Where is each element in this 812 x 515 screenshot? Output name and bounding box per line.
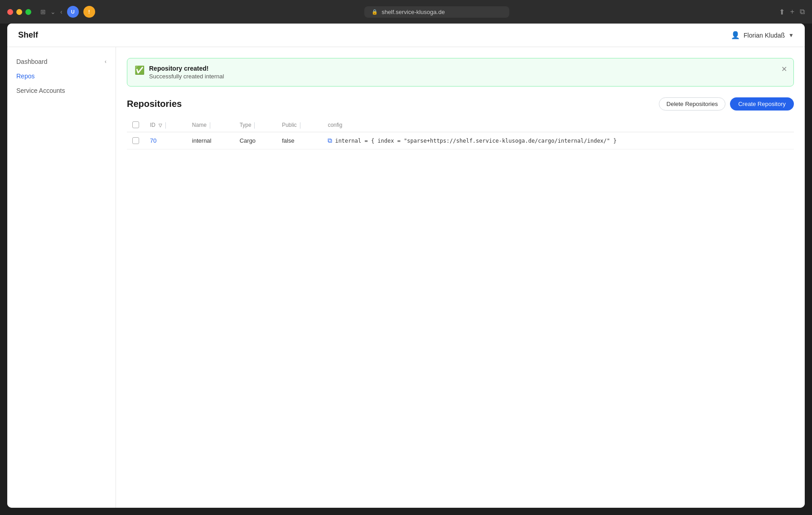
titlebar: ⊞ ⌄ ‹ U ! 🔒 shelf.service-klusoga.de ⬆ +… <box>0 0 812 24</box>
th-type-label: Type <box>240 122 251 128</box>
page-header: Repositories Delete Repositories Create … <box>127 97 794 111</box>
th-name: Name <box>187 118 234 132</box>
sidebar-item-dashboard[interactable]: Dashboard ‹ <box>7 54 116 69</box>
config-value: internal = { index = "sparse+https://she… <box>335 138 616 144</box>
copy-config-icon[interactable]: ⧉ <box>328 137 332 144</box>
row-config-cell: ⧉ internal = { index = "sparse+https://s… <box>322 132 794 149</box>
titlebar-controls: ⊞ ⌄ ‹ U ! <box>40 6 95 18</box>
col-divider-name <box>210 122 210 129</box>
user-name: Florian Kludaß <box>744 32 785 39</box>
th-name-label: Name <box>192 122 207 128</box>
address-bar[interactable]: 🔒 shelf.service-klusoga.de <box>364 6 509 18</box>
sidebar-item-service-accounts-label: Service Accounts <box>16 87 65 94</box>
th-public-label: Public <box>282 122 297 128</box>
th-id: ID ▽ <box>145 118 187 132</box>
new-tab-icon[interactable]: + <box>790 8 794 16</box>
th-config-label: config <box>328 122 342 128</box>
page-title: Repositories <box>127 99 182 109</box>
row-type-cell: Cargo <box>234 132 276 149</box>
delete-repositories-button[interactable]: Delete Repositories <box>659 97 725 111</box>
table-row: 70 internal Cargo false ⧉ internal = { i… <box>127 132 794 149</box>
minimize-button[interactable] <box>16 9 22 15</box>
sidebar-item-service-accounts[interactable]: Service Accounts <box>7 83 116 98</box>
sidebar-collapse-icon[interactable]: ‹ <box>105 58 106 65</box>
th-id-label: ID <box>150 122 155 128</box>
th-config: config <box>322 118 794 132</box>
app-header: Shelf 👤 Florian Kludaß ▼ <box>7 24 805 47</box>
user-profile-icon: 👤 <box>731 31 740 39</box>
sort-icon[interactable]: ▽ <box>159 123 162 128</box>
address-text: shelf.service-klusoga.de <box>382 9 445 15</box>
sidebar-toggle-icon[interactable]: ⊞ <box>40 8 46 15</box>
user-avatar-1[interactable]: U <box>67 6 79 18</box>
row-id-cell: 70 <box>145 132 187 149</box>
select-all-checkbox[interactable] <box>132 121 139 128</box>
col-divider-public <box>300 122 300 129</box>
row-checkbox[interactable] <box>132 137 139 144</box>
table-body: 70 internal Cargo false ⧉ internal = { i… <box>127 132 794 149</box>
col-divider-type <box>254 122 255 129</box>
user-dropdown-icon[interactable]: ▼ <box>788 32 794 39</box>
table-header-row: ID ▽ Name Type Pub <box>127 118 794 132</box>
toast-message: Successfully created internal <box>149 73 786 80</box>
toast-success-icon: ✅ <box>135 65 145 75</box>
th-public: Public <box>276 118 322 132</box>
row-name-cell: internal <box>187 132 234 149</box>
lock-icon: 🔒 <box>372 9 378 15</box>
sidebar-item-repos[interactable]: Repos <box>7 69 116 83</box>
toast-notification: ✅ Repository created! Successfully creat… <box>127 58 794 87</box>
main-content: ✅ Repository created! Successfully creat… <box>116 47 805 508</box>
sidebar-nav: Dashboard ‹ Repos Service Accounts <box>7 54 116 98</box>
row-public-cell: false <box>276 132 322 149</box>
close-button[interactable] <box>7 9 13 15</box>
sidebar-item-repos-label: Repos <box>16 72 34 80</box>
titlebar-right: ⬆ + ⧉ <box>779 8 805 16</box>
user-info: 👤 Florian Kludaß ▼ <box>731 31 794 39</box>
row-checkbox-cell <box>127 132 145 149</box>
toast-close-button[interactable]: ✕ <box>781 65 787 73</box>
th-type: Type <box>234 118 276 132</box>
create-repository-button[interactable]: Create Repository <box>730 97 794 111</box>
toast-content: Repository created! Successfully created… <box>149 65 786 80</box>
header-actions: Delete Repositories Create Repository <box>659 97 794 111</box>
row-id-link[interactable]: 70 <box>150 137 156 144</box>
toast-title: Repository created! <box>149 65 786 72</box>
repositories-table: ID ▽ Name Type Pub <box>127 118 794 149</box>
user-avatar-2[interactable]: ! <box>83 6 95 18</box>
tabs-icon[interactable]: ⧉ <box>800 8 805 16</box>
maximize-button[interactable] <box>25 9 31 15</box>
sidebar-item-dashboard-label: Dashboard <box>16 58 48 65</box>
browser-window: Shelf 👤 Florian Kludaß ▼ Dashboard ‹ Rep… <box>7 24 805 508</box>
th-checkbox <box>127 118 145 132</box>
sidebar: Dashboard ‹ Repos Service Accounts <box>7 47 116 508</box>
app-body: Dashboard ‹ Repos Service Accounts ✅ Rep… <box>7 47 805 508</box>
share-icon[interactable]: ⬆ <box>779 8 785 16</box>
col-divider-id <box>165 122 166 129</box>
traffic-lights <box>7 9 31 15</box>
chevron-down-icon[interactable]: ⌄ <box>50 8 56 15</box>
back-icon[interactable]: ‹ <box>60 8 63 15</box>
app-title: Shelf <box>18 30 38 40</box>
titlebar-center: 🔒 shelf.service-klusoga.de <box>101 6 773 18</box>
